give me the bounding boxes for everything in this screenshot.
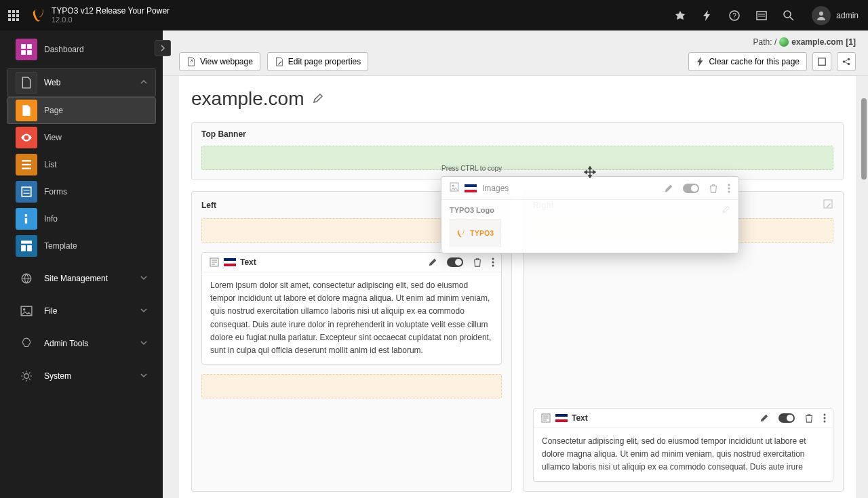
- user-menu[interactable]: admin: [802, 6, 868, 25]
- column-left-label: Left: [201, 201, 216, 210]
- open-external-icon: [186, 57, 196, 66]
- column-top-banner: Top Banner: [191, 122, 844, 180]
- cache-button[interactable]: [694, 0, 721, 30]
- module-group-file[interactable]: File: [7, 297, 156, 325]
- file-icon: [16, 72, 37, 94]
- template-icon: [16, 235, 37, 257]
- module-page-label: Page: [44, 106, 63, 115]
- module-forms-label: Forms: [44, 187, 67, 196]
- module-template-label: Template: [44, 241, 77, 251]
- trash-icon: [709, 184, 718, 193]
- chevron-up-icon: [140, 78, 147, 87]
- svg-rect-19: [21, 50, 26, 55]
- svg-point-37: [843, 60, 846, 63]
- typo3-logo-icon: [456, 228, 466, 238]
- module-view[interactable]: View: [7, 124, 156, 151]
- eye-icon: [16, 127, 37, 148]
- ce-more-button[interactable]: [728, 184, 730, 193]
- svg-rect-3: [8, 14, 11, 17]
- drag-hint-label: Press CTRL to copy: [441, 165, 502, 172]
- drag-ce-title: TYPO3 Logo: [450, 206, 494, 214]
- module-template[interactable]: Template: [7, 232, 156, 260]
- module-group-admintools[interactable]: Admin Tools: [7, 330, 156, 357]
- svg-point-47: [492, 258, 494, 260]
- ce-text-left-title: Text: [240, 257, 256, 267]
- module-site-label: Site Management: [44, 274, 108, 283]
- image-ctype-icon: [450, 182, 459, 194]
- edit-title-button[interactable]: [313, 93, 323, 106]
- module-info[interactable]: Info: [7, 205, 156, 232]
- ce-toggle-button[interactable]: [683, 184, 699, 193]
- new-content-right-button[interactable]: [823, 199, 833, 211]
- typo3-logo-icon: [31, 7, 46, 22]
- svg-rect-2: [16, 10, 19, 13]
- module-page[interactable]: Page: [7, 97, 156, 124]
- drag-ghost-content-element[interactable]: Press CTRL to copy Images TYPO3 Logo: [441, 176, 739, 253]
- path-domain[interactable]: example.com: [791, 37, 843, 47]
- ce-edit-button[interactable]: [428, 257, 437, 267]
- content-element-text-left[interactable]: Text Lorem ipsum dolor sit amet, consect…: [201, 252, 502, 365]
- chevron-down-icon: [140, 339, 147, 348]
- ce-edit-button[interactable]: [760, 413, 769, 423]
- module-group-site[interactable]: Site Management: [7, 265, 156, 292]
- help-button[interactable]: ?: [721, 0, 748, 30]
- clear-cache-label: Clear cache for this page: [709, 57, 800, 66]
- module-group-web[interactable]: Web: [7, 68, 156, 97]
- typo3-logo-text: TYPO3: [470, 230, 494, 237]
- module-dashboard[interactable]: Dashboard: [7, 36, 156, 63]
- ce-delete-button[interactable]: [709, 184, 718, 193]
- content-element-text-right[interactable]: Text Consectetur adipiscing elit, sed do…: [533, 408, 833, 482]
- module-forms[interactable]: Forms: [7, 178, 156, 205]
- product-title: TYPO3 v12 Release Your Power: [52, 6, 170, 16]
- ce-toggle-button[interactable]: [447, 257, 463, 267]
- module-group-system[interactable]: System: [7, 362, 156, 390]
- dropzone-top-banner[interactable]: [201, 146, 833, 170]
- svg-rect-30: [21, 245, 26, 251]
- module-menu: Dashboard Web Page View List Forms Info: [0, 30, 163, 498]
- ce-delete-button[interactable]: [473, 257, 482, 267]
- clear-cache-button[interactable]: Clear cache for this page: [688, 52, 807, 71]
- bookmark-button[interactable]: [667, 0, 694, 30]
- ce-text-right-title: Text: [572, 413, 588, 423]
- share-button[interactable]: [837, 52, 856, 71]
- note-icon: [817, 57, 827, 66]
- module-web-label: Web: [44, 78, 60, 87]
- search-button[interactable]: [775, 0, 802, 30]
- image-icon: [16, 300, 37, 322]
- page-icon: [16, 100, 37, 121]
- pencil-icon: [664, 184, 673, 193]
- trash-icon: [473, 257, 482, 267]
- module-list[interactable]: List: [7, 151, 156, 178]
- edit-page-properties-button[interactable]: Edit page properties: [267, 52, 368, 71]
- svg-point-61: [728, 187, 730, 189]
- ce-edit-button[interactable]: [664, 184, 673, 193]
- view-webpage-button[interactable]: View webpage: [179, 52, 260, 71]
- scrollbar-thumb[interactable]: [861, 98, 867, 180]
- question-icon: ?: [729, 10, 740, 21]
- svg-rect-18: [27, 44, 32, 49]
- ce-more-button[interactable]: [492, 257, 494, 267]
- modules-toggle-button[interactable]: [0, 0, 27, 30]
- module-system-label: System: [44, 371, 71, 381]
- dots-vertical-icon: [492, 257, 494, 267]
- ce-delete-button[interactable]: [804, 413, 814, 423]
- dropzone-left-after[interactable]: [201, 374, 502, 398]
- module-view-label: View: [44, 133, 62, 142]
- systeminfo-button[interactable]: [748, 0, 775, 30]
- product-brand[interactable]: TYPO3 v12 Release Your Power 12.0.0: [27, 6, 170, 25]
- svg-rect-28: [25, 218, 27, 224]
- svg-rect-24: [22, 187, 31, 196]
- flag-en-icon: [555, 414, 568, 422]
- pencil-small-icon: [722, 205, 730, 213]
- svg-point-38: [848, 58, 850, 61]
- svg-point-34: [23, 308, 25, 310]
- user-icon: [816, 10, 827, 21]
- ce-more-button[interactable]: [823, 413, 826, 423]
- page-body: example.com Top Banner Left: [179, 76, 856, 498]
- create-shortcut-button[interactable]: [812, 52, 831, 71]
- new-content-icon: [823, 199, 833, 209]
- collapse-module-menu-button[interactable]: [155, 40, 171, 56]
- edit-ce-inline-icon[interactable]: [722, 205, 730, 215]
- ce-toggle-button[interactable]: [778, 413, 795, 423]
- ce-text-left-body: Lorem ipsum dolor sit amet, consectetur …: [202, 272, 501, 364]
